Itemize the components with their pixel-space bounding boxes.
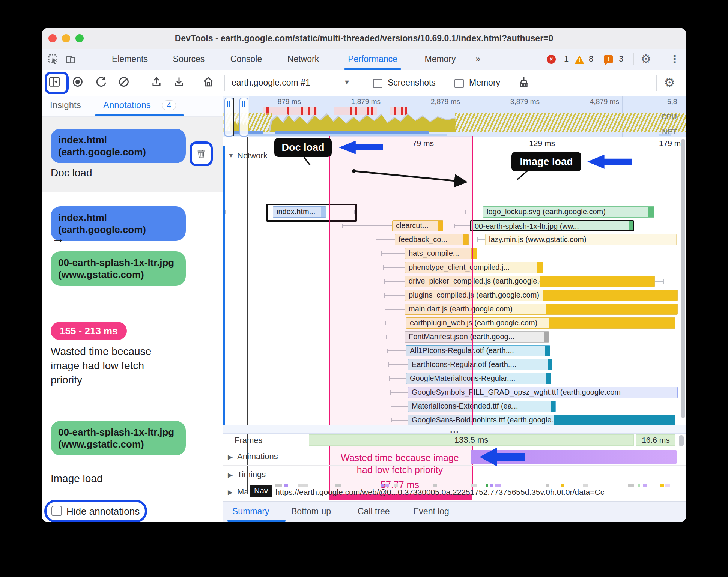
flame-chart-fragment [486,484,488,487]
more-requests-indicator[interactable]: ... [223,425,686,434]
customize-menu-icon[interactable]: ⋮ [669,53,680,66]
clear-icon[interactable] [118,76,130,88]
hide-annotations-label: Hide annotations [66,506,140,517]
expand-timings-icon[interactable]: ▶ [228,471,233,479]
console-errors-icon[interactable]: × [547,55,556,64]
network-request-bar[interactable]: logo_lockup.svg (earth.google.com) [483,206,654,218]
expand-main-icon[interactable]: ▶ [228,488,233,496]
tab-insights[interactable]: Insights [50,100,81,110]
ruler-tick-label: 5,8 [667,98,686,106]
annotation-pill-index-html[interactable]: index.html (earth.google.com) [51,206,186,241]
tab-performance[interactable]: Performance [348,49,397,69]
performance-toolbar: earth.google.com #1 ▾ Screenshots Memory… [42,70,686,96]
chevron-down-icon[interactable]: ▾ [345,77,349,87]
timeline-overview[interactable]: 879 ms1,879 ms2,879 ms3,879 ms4,879 ms5,… [223,96,686,137]
trash-icon[interactable] [196,148,207,159]
settings-gear-icon[interactable]: ⚙ [641,52,651,66]
annotation-label: Wasted time because image had low fetch … [51,344,174,387]
filmstrip-frame-tick [371,107,373,115]
request-active-segment [554,415,675,425]
doc-load-annotation-label[interactable]: Doc load [274,138,332,157]
request-active-segment [648,206,654,218]
details-tab-event-log[interactable]: Event log [413,502,449,521]
details-tab-call-tree[interactable]: Call tree [358,502,390,521]
net-bar-light [224,134,447,136]
more-tabs-icon[interactable]: » [476,49,481,69]
warning-count[interactable]: 8 [589,54,593,64]
arrow-right-icon: → [52,231,65,246]
flame-chart-fragment [546,484,549,487]
content-area: Insights Annotations 4 index.html (earth… [42,96,686,522]
network-request-bar[interactable]: 00-earth-splash-1x-ltr.jpg (ww... [470,220,634,231]
annotations-count-badge: 4 [162,100,176,110]
tab-sources[interactable]: Sources [173,49,205,69]
home-icon[interactable] [202,76,214,88]
tab-memory[interactable]: Memory [424,49,456,69]
issues-icon[interactable]: ! [604,55,613,63]
sidebar-tab-bar: Insights Annotations 4 [42,96,223,117]
memory-label: Memory [469,78,500,88]
show-sidebar-icon[interactable] [48,76,60,88]
tab-elements[interactable]: Elements [112,49,148,69]
frames-track-label: Frames [235,436,263,445]
timeline-panel: 879 ms1,879 ms2,879 ms3,879 ms4,879 ms5,… [223,96,686,522]
filmstrip-frame-tick [287,107,289,115]
divider [139,75,139,91]
memory-checkbox[interactable] [454,79,464,88]
error-count[interactable]: 1 [564,54,569,64]
upload-profile-icon[interactable] [150,76,162,88]
request-active-segment [543,290,678,301]
download-profile-icon[interactable] [173,76,185,88]
annotation-pill-splash-jpg[interactable]: 00-earth-splash-1x-ltr.jpg (www.gstatic.… [51,421,186,455]
row-divider [223,465,686,466]
request-whisker [225,212,273,212]
main-track-label: Ma [237,487,249,497]
waterfall-scrollbar-thumb[interactable] [681,139,685,418]
annotation-pill-splash-jpg[interactable]: 00-earth-splash-1x-ltr.jpg (www.gstatic.… [51,251,186,286]
details-tab-bottom-up[interactable]: Bottom-up [291,502,331,521]
annotation-pill-time-range[interactable]: 155 - 213 ms [51,322,127,340]
network-request-bar[interactable]: lazy.min.js (www.gstatic.com) [485,234,677,245]
hide-annotations-checkbox[interactable] [51,506,62,516]
delete-annotation-highlight [190,141,213,166]
frame-duration-bar[interactable]: 16.6 ms [636,434,675,446]
details-tab-summary[interactable]: Summary [232,502,269,521]
warnings-icon[interactable]: ! [575,56,584,64]
frame-duration-bar[interactable]: 133.5 ms [309,434,634,446]
tab-network[interactable]: Network [287,49,319,69]
request-active-segment [540,276,655,287]
image-load-annotation-label[interactable]: Image load [511,152,581,171]
ruler-tick-label: 1,879 ms [332,98,381,106]
annotation-pill-index-html[interactable]: index.html (earth.google.com) [51,129,186,163]
tab-annotations[interactable]: Annotations [103,100,151,110]
bottom-scrollbar-thumb[interactable] [679,435,684,446]
flame-chart-fragment [561,484,564,487]
range-handle-left[interactable] [224,98,233,137]
issue-count[interactable]: 3 [619,54,623,64]
overview-marker-line [233,98,234,136]
inspect-element-icon[interactable] [47,53,60,66]
flame-chart-fragment [284,484,288,487]
request-active-segment [629,221,633,231]
flame-chart-fragment [643,484,647,487]
filmstrip-frame-tick [405,107,407,115]
reload-record-icon[interactable] [95,76,107,88]
tab-console[interactable]: Console [230,49,262,69]
garbage-collect-icon[interactable] [517,76,530,89]
record-icon[interactable] [72,76,84,88]
flame-chart-fragment [490,484,493,487]
expand-animations-icon[interactable]: ▶ [228,453,233,461]
network-track-label: Network [237,151,268,161]
device-toolbar-icon[interactable] [64,53,77,66]
net-bar [275,131,429,134]
collapse-network-icon[interactable]: ▼ [228,152,234,159]
window-title: DevTools - earth.google.com/static/multi… [42,28,686,49]
flame-chart-fragment [628,484,634,487]
range-handle-right[interactable] [239,98,248,137]
capture-settings-gear-icon[interactable]: ⚙ [664,75,675,90]
animations-track-label: Animations [237,452,278,461]
request-whisker [477,239,485,240]
annotation-label: Doc load [51,167,92,179]
target-selector[interactable]: earth.google.com #1 [232,78,310,88]
screenshots-checkbox[interactable] [373,79,382,88]
